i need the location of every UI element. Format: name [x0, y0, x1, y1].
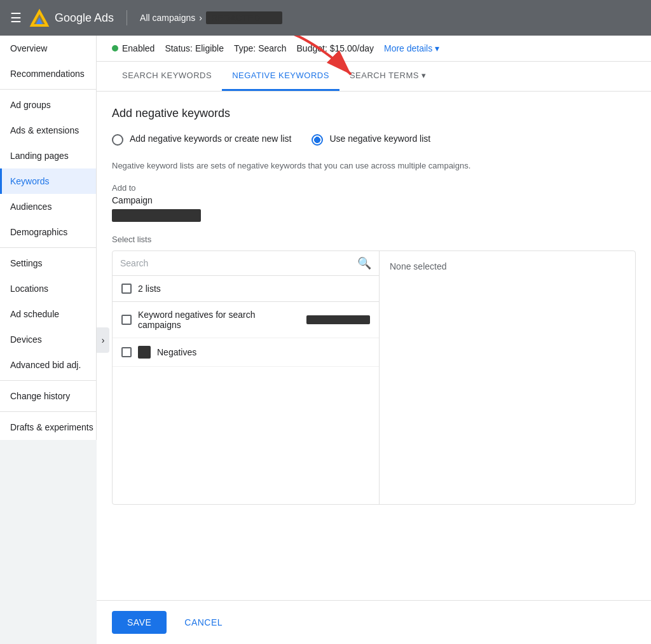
status-dot-icon — [112, 45, 118, 51]
select-lists-label: Select lists — [112, 235, 636, 244]
search-input[interactable] — [120, 258, 352, 268]
status-bar: Enabled Status: Eligible Type: Search Bu… — [97, 36, 651, 62]
select-lists-container: 🔍 2 lists Keyword negatives for search c… — [112, 250, 636, 505]
add-to-section: Add to Campaign — [112, 183, 636, 222]
cancel-button[interactable]: CANCEL — [174, 611, 233, 634]
tab-search-terms[interactable]: SEARCH TERMS ▾ — [339, 62, 437, 91]
brand-name: Google Ads — [55, 11, 114, 25]
list-item-1-checkbox[interactable] — [121, 315, 132, 325]
list-item-1-name: Keyword negatives for search campaigns — [138, 310, 300, 330]
sidebar-item-landing-pages[interactable]: Landing pages — [0, 143, 96, 168]
status-value: Eligible — [195, 43, 224, 53]
budget-value: $15.00/day — [330, 43, 374, 53]
sidebar-item-settings[interactable]: Settings — [0, 250, 96, 276]
list-item-1-redacted — [306, 315, 370, 324]
tab-dropdown-icon: ▾ — [421, 71, 427, 80]
tab-negative-keywords[interactable]: NEGATIVE KEYWORDS — [222, 62, 339, 91]
chevron-down-icon: ▾ — [435, 43, 439, 53]
google-ads-logo-icon: ▲ — [29, 8, 50, 28]
sidebar-item-audiences[interactable]: Audiences — [0, 194, 96, 219]
radio-option-add-keywords[interactable]: Add negative keywords or create new list — [112, 133, 291, 146]
sidebar-divider-3 — [0, 380, 96, 381]
list-item-2-color-icon — [138, 346, 151, 359]
info-text: Negative keyword lists are sets of negat… — [112, 161, 636, 170]
budget-field: Budget: $15.00/day — [297, 43, 374, 53]
radio-label-add: Add negative keywords or create new list — [130, 133, 291, 146]
sidebar-item-devices[interactable]: Devices — [0, 327, 96, 352]
list-item-negatives[interactable]: Negatives — [113, 338, 379, 367]
sidebar-item-demographics[interactable]: Demographics — [0, 219, 96, 245]
campaign-name-bar — [112, 209, 201, 222]
list-item-2-checkbox[interactable] — [121, 347, 132, 357]
sidebar-divider-4 — [0, 411, 96, 412]
logo: ▲ Google Ads — [29, 8, 114, 28]
search-terms-label: SEARCH TERMS — [350, 71, 419, 80]
radio-option-use-list[interactable]: Use negative keyword list — [312, 133, 430, 146]
status-enabled: Enabled — [112, 43, 154, 53]
right-panel: None selected — [380, 251, 635, 504]
radio-label-use-list: Use negative keyword list — [329, 133, 430, 146]
breadcrumb: All campaigns › REDACTED — [140, 11, 282, 24]
campaign-name: REDACTED — [206, 11, 282, 24]
sidebar-item-change-history[interactable]: Change history — [0, 383, 96, 409]
svg-text:▲: ▲ — [34, 14, 45, 27]
sidebar-item-locations[interactable]: Locations — [0, 276, 96, 301]
main-layout: Overview Recommendations Ad groups Ads &… — [0, 36, 651, 644]
breadcrumb-chevron-icon: › — [199, 13, 202, 23]
sidebar-item-ad-schedule[interactable]: Ad schedule — [0, 301, 96, 327]
left-panel: 🔍 2 lists Keyword negatives for search c… — [113, 251, 380, 504]
radio-circle-use-list — [312, 134, 323, 146]
campaign-label: Campaign — [112, 195, 636, 205]
sidebar-divider-2 — [0, 247, 96, 248]
sidebar-item-ads-extensions[interactable]: Ads & extensions — [0, 118, 96, 143]
tab-search-keywords[interactable]: SEARCH KEYWORDS — [112, 62, 222, 91]
lists-count: 2 lists — [138, 284, 161, 294]
tabs-bar: SEARCH KEYWORDS NEGATIVE KEYWORDS SEARCH… — [97, 62, 651, 92]
sidebar-item-overview[interactable]: Overview — [0, 36, 96, 61]
breadcrumb-all-campaigns[interactable]: All campaigns — [140, 13, 195, 23]
lists-header[interactable]: 2 lists — [113, 276, 379, 302]
sidebar-wrapper: Overview Recommendations Ad groups Ads &… — [0, 36, 97, 644]
sidebar-collapse-button[interactable]: › — [97, 327, 109, 353]
sidebar-item-drafts-experiments[interactable]: Drafts & experiments — [0, 414, 96, 440]
none-selected-label: None selected — [390, 261, 447, 271]
page-content: Add negative keywords Add negative keywo… — [97, 92, 651, 600]
select-all-checkbox[interactable] — [121, 284, 132, 294]
footer: SAVE CANCEL — [97, 600, 651, 644]
radio-circle-add — [112, 134, 123, 146]
sidebar-divider — [0, 89, 96, 90]
enabled-label: Enabled — [122, 43, 154, 53]
section-title: Add negative keywords — [112, 107, 636, 120]
main-content: Enabled Status: Eligible Type: Search Bu… — [97, 36, 651, 644]
search-box: 🔍 — [113, 251, 379, 276]
status-field: Status: Eligible — [165, 43, 224, 53]
search-icon: 🔍 — [357, 256, 371, 270]
type-value: Search — [258, 43, 286, 53]
sidebar: Overview Recommendations Ad groups Ads &… — [0, 36, 97, 440]
more-details-label: More details — [384, 43, 432, 53]
radio-group: Add negative keywords or create new list… — [112, 133, 636, 146]
sidebar-item-ad-groups[interactable]: Ad groups — [0, 92, 96, 118]
sidebar-item-advanced-bid[interactable]: Advanced bid adj. — [0, 352, 96, 378]
topbar-divider — [127, 10, 127, 25]
sidebar-item-keywords[interactable]: Keywords — [0, 168, 96, 194]
topbar: ☰ ▲ Google Ads All campaigns › REDACTED — [0, 0, 651, 36]
hamburger-icon[interactable]: ☰ — [10, 10, 22, 25]
type-field: Type: Search — [234, 43, 287, 53]
more-details-button[interactable]: More details ▾ — [384, 43, 439, 53]
list-item-2-name: Negatives — [157, 347, 196, 357]
list-item-keyword-negatives[interactable]: Keyword negatives for search campaigns — [113, 302, 379, 338]
add-to-label: Add to — [112, 183, 636, 193]
sidebar-item-recommendations[interactable]: Recommendations — [0, 61, 96, 86]
save-button[interactable]: SAVE — [112, 611, 167, 634]
